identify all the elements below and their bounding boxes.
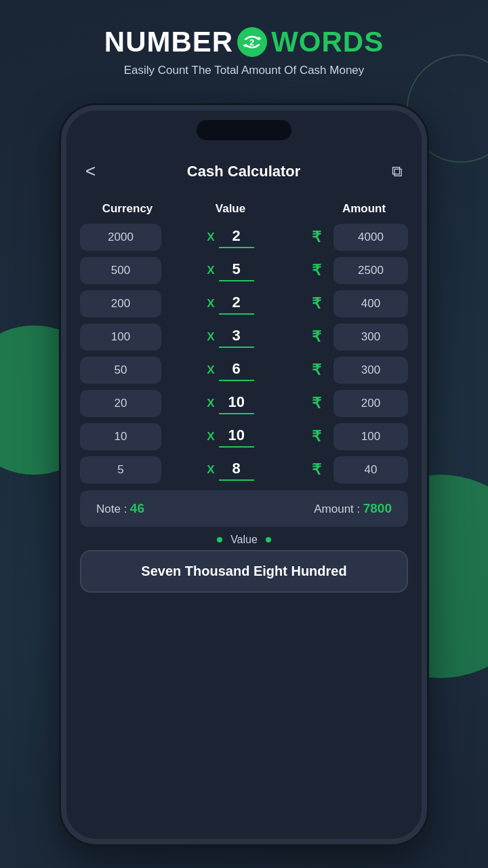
amount-cell: 400 (333, 290, 408, 317)
amount-cell: 300 (333, 357, 408, 384)
value-num: 5 (232, 260, 241, 278)
x-symbol: X (207, 330, 214, 344)
rupee-symbol: ₹ (300, 328, 333, 346)
amount-cell: 2500 (333, 257, 408, 284)
amount-cell: 200 (333, 390, 408, 417)
value-dot-right (266, 537, 271, 542)
amount-cell: 40 (333, 456, 408, 484)
multiplier-cell: X 10 (161, 393, 300, 414)
value-input[interactable]: 8 (219, 460, 254, 481)
copy-button[interactable]: ⧉ (392, 163, 403, 180)
table-row: 5 X 8 ₹ 40 (80, 456, 408, 484)
table-row: 100 X 3 ₹ 300 (80, 323, 408, 351)
multiplier-cell: X 8 (161, 460, 300, 481)
app-title: NUMBER 2 WORDS (14, 26, 474, 58)
rupee-symbol: ₹ (300, 295, 333, 313)
x-symbol: X (207, 463, 214, 477)
table-row: 50 X 6 ₹ 300 (80, 357, 408, 384)
value-input[interactable]: 2 (219, 227, 254, 248)
x-symbol: X (207, 430, 214, 443)
phone-frame: < Cash Calculator ⧉ Currency Value Amoun… (61, 105, 427, 844)
value-num: 3 (232, 327, 241, 344)
app-header: NUMBER 2 WORDS Easily Count The Total Am… (0, 0, 488, 90)
multiplier-cell: X 6 (161, 360, 300, 381)
value-underline (219, 347, 254, 348)
value-label: Value (230, 534, 258, 546)
value-label-row: Value (66, 534, 422, 546)
value-input[interactable]: 10 (219, 393, 254, 414)
table-rows-container: 2000 X 2 ₹ 4000 500 X 5 ₹ 2500 200 X 2 (80, 224, 408, 484)
col-header-value: Value (168, 202, 293, 216)
table-row: 20 X 10 ₹ 200 (80, 390, 408, 417)
amount-value: 7800 (363, 501, 392, 515)
rupee-symbol: ₹ (300, 395, 333, 412)
value-underline (219, 446, 254, 448)
svg-text:2: 2 (249, 37, 255, 47)
title-words: WORDS (271, 26, 384, 58)
title-number: NUMBER (104, 26, 233, 58)
col-header-currency: Currency (87, 202, 168, 216)
phone-notch (197, 120, 291, 140)
x-symbol: X (207, 397, 214, 410)
x-symbol: X (207, 231, 214, 244)
note-summary: Note : 46 (96, 501, 144, 516)
summary-row: Note : 46 Amount : 7800 (80, 490, 408, 527)
words-text: Seven Thousand Eight Hundred (141, 564, 346, 578)
multiplier-cell: X 2 (161, 294, 300, 315)
value-input[interactable]: 5 (219, 260, 254, 281)
rupee-symbol: ₹ (300, 461, 333, 479)
value-num: 8 (232, 460, 241, 477)
rupee-symbol: ₹ (300, 229, 333, 246)
app-subtitle: Easily Count The Total Amount Of Cash Mo… (14, 64, 474, 77)
x-symbol: X (207, 297, 214, 311)
value-num: 6 (232, 360, 241, 378)
note-label: Note : (96, 502, 127, 515)
rupee-symbol: ₹ (300, 361, 333, 379)
amount-summary: Amount : 7800 (314, 501, 392, 516)
currency-cell: 200 (80, 290, 161, 317)
screen-title: Cash Calculator (187, 163, 301, 180)
value-underline (219, 413, 254, 414)
rupee-symbol: ₹ (300, 428, 333, 446)
value-input[interactable]: 3 (219, 327, 254, 348)
value-input[interactable]: 10 (219, 427, 254, 448)
x-symbol: X (207, 363, 214, 377)
currency-cell: 2000 (80, 224, 161, 251)
multiplier-cell: X 2 (161, 227, 300, 248)
value-underline (219, 313, 254, 315)
x-symbol: X (207, 264, 214, 277)
amount-cell: 100 (333, 423, 408, 450)
table-row: 500 X 5 ₹ 2500 (80, 257, 408, 284)
screen-header: < Cash Calculator ⧉ (66, 151, 422, 189)
table-header: Currency Value Amount (80, 195, 408, 224)
rupee-symbol: ₹ (300, 262, 333, 279)
table-row: 10 X 10 ₹ 100 (80, 423, 408, 450)
amount-cell: 4000 (333, 224, 408, 251)
value-num: 2 (232, 294, 241, 311)
phone-content: < Cash Calculator ⧉ Currency Value Amoun… (66, 111, 422, 839)
value-underline (219, 479, 254, 481)
value-underline (219, 247, 254, 248)
amount-cell: 300 (333, 323, 408, 351)
value-input[interactable]: 2 (219, 294, 254, 315)
words-display: Seven Thousand Eight Hundred (80, 550, 408, 593)
col-header-amount: Amount (327, 202, 401, 216)
multiplier-cell: X 3 (161, 327, 300, 348)
value-input[interactable]: 6 (219, 360, 254, 381)
note-value: 46 (130, 501, 144, 515)
value-underline (219, 280, 254, 281)
value-underline (219, 380, 254, 381)
table-area: Currency Value Amount 2000 X 2 ₹ 4000 50… (66, 189, 422, 484)
back-button[interactable]: < (85, 161, 96, 182)
currency-cell: 50 (80, 357, 161, 384)
table-row: 200 X 2 ₹ 400 (80, 290, 408, 317)
currency-cell: 500 (80, 257, 161, 284)
amount-label: Amount : (314, 502, 360, 515)
logo-icon: 2 (237, 27, 267, 57)
value-num: 10 (228, 393, 244, 411)
currency-cell: 10 (80, 423, 161, 450)
currency-cell: 20 (80, 390, 161, 417)
table-row: 2000 X 2 ₹ 4000 (80, 224, 408, 251)
value-num: 10 (228, 427, 244, 444)
multiplier-cell: X 10 (161, 427, 300, 448)
